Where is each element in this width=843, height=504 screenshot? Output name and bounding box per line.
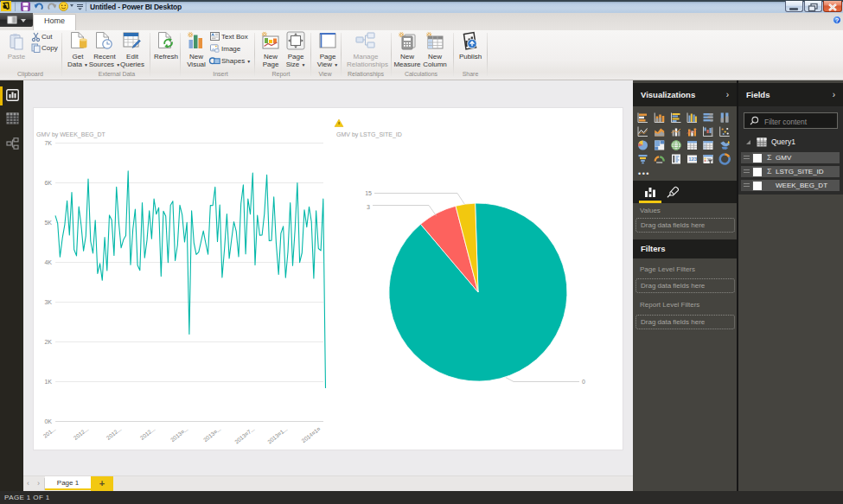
svg-text:2013¤1...: 2013¤1... — [266, 425, 289, 444]
svg-text:2013¤...: 2013¤... — [202, 425, 222, 443]
svg-text:2014¤1¤: 2014¤1¤ — [300, 425, 322, 443]
svg-text:0K: 0K — [44, 418, 52, 424]
svg-text:2013¤7...: 2013¤7... — [233, 425, 256, 444]
svg-text:GMV by LSTG_SITE_ID: GMV by LSTG_SITE_ID — [336, 131, 402, 138]
svg-text:3: 3 — [367, 204, 370, 210]
svg-text:2012...: 2012... — [73, 425, 90, 441]
svg-text:123: 123 — [688, 156, 698, 162]
svg-text:201...: 201... — [42, 425, 56, 439]
svg-text:2012...: 2012... — [139, 425, 156, 441]
svg-text:2012...: 2012... — [105, 425, 123, 441]
svg-text:2013¤...: 2013¤... — [169, 425, 189, 443]
svg-text:15: 15 — [365, 190, 372, 196]
svg-text:3K: 3K — [44, 299, 52, 305]
svg-text:5K: 5K — [44, 220, 52, 226]
svg-text:1K: 1K — [44, 379, 52, 385]
svg-text:2K: 2K — [44, 339, 52, 345]
svg-text:4K: 4K — [44, 259, 52, 265]
svg-text:6K: 6K — [44, 180, 52, 186]
svg-text:7K: 7K — [44, 140, 52, 146]
svg-text:GMV by WEEK_BEG_DT: GMV by WEEK_BEG_DT — [36, 131, 105, 138]
svg-text:0: 0 — [582, 379, 585, 385]
